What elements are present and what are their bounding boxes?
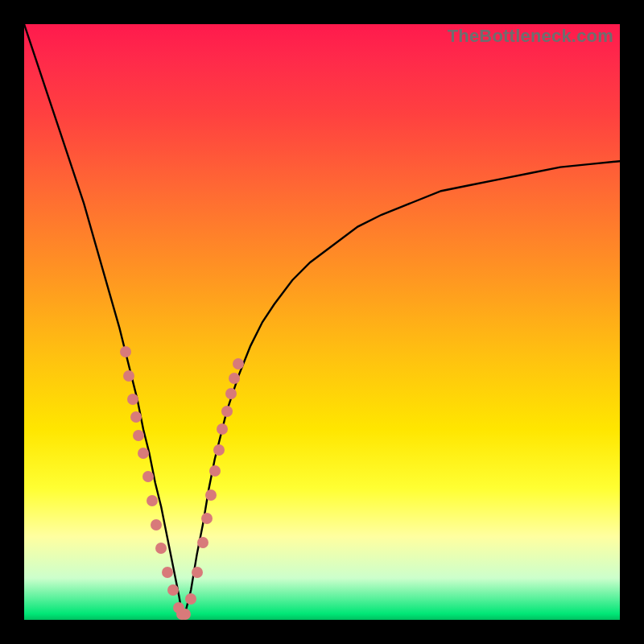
highlight-dot	[185, 593, 196, 605]
chart-area: TheBottleneck.com	[24, 24, 620, 620]
highlight-dot	[217, 423, 228, 435]
highlight-dot	[213, 444, 225, 456]
highlight-dot	[180, 609, 191, 620]
highlight-dot	[142, 471, 154, 482]
highlight-dot	[130, 411, 142, 423]
highlight-dot	[201, 513, 213, 524]
bottleneck-curve	[24, 24, 620, 614]
highlight-dot	[225, 388, 237, 399]
highlight-dot	[192, 567, 203, 578]
curve-layer	[24, 24, 620, 620]
highlight-dot	[155, 543, 167, 554]
highlight-dot	[138, 448, 149, 459]
highlight-dot	[209, 465, 221, 477]
highlight-dot	[123, 370, 134, 382]
highlight-dot	[197, 537, 208, 548]
highlight-dot	[120, 346, 131, 357]
highlight-dot	[151, 519, 162, 530]
highlight-dot	[229, 373, 240, 384]
highlight-dot	[167, 584, 179, 596]
highlight-dot	[147, 495, 158, 506]
highlight-dot	[205, 489, 217, 501]
app-frame: TheBottleneck.com	[0, 0, 644, 644]
highlight-dot	[233, 358, 244, 369]
highlight-dot	[221, 406, 233, 417]
highlight-dot	[162, 567, 173, 578]
highlight-dot	[127, 394, 138, 405]
highlight-dot	[133, 430, 144, 441]
